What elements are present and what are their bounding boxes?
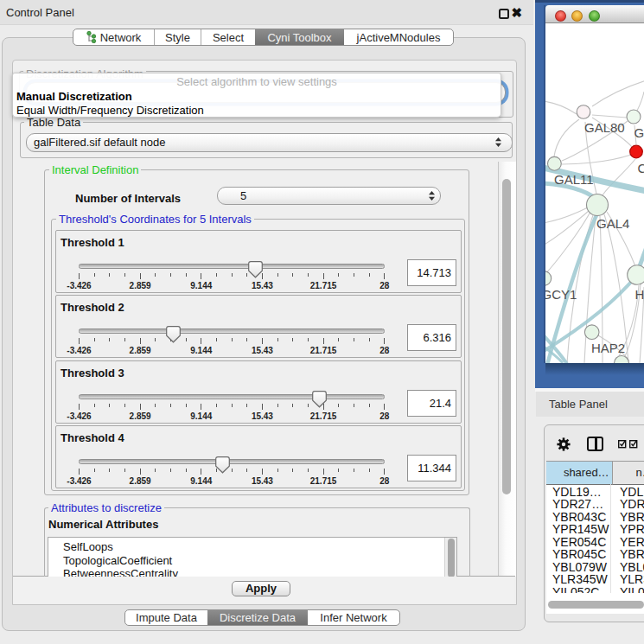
svg-text:GAL: GAL <box>634 125 644 140</box>
svg-text:HIS5: HIS5 <box>635 287 644 302</box>
svg-text:GAL4: GAL4 <box>596 216 629 231</box>
svg-text:GAL11: GAL11 <box>554 172 594 187</box>
svg-text:GCY1: GCY1 <box>545 287 577 302</box>
svg-text:GAL80: GAL80 <box>584 120 625 135</box>
svg-text:CY: CY <box>638 161 644 175</box>
svg-text:HAP2: HAP2 <box>591 341 625 355</box>
